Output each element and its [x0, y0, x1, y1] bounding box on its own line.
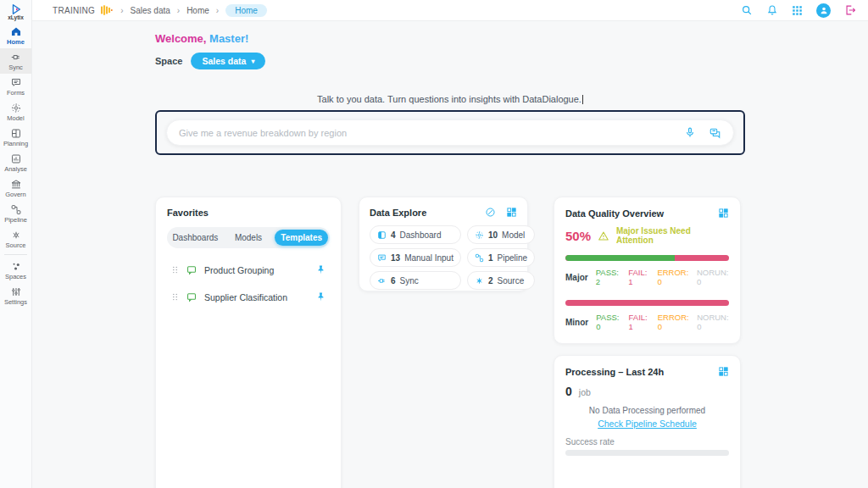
topbar: TRAINING › Sales data › Home › Home [32, 0, 868, 21]
breadcrumb-home[interactable]: Home [186, 6, 209, 15]
favorite-item-label: Product Grouping [204, 265, 274, 275]
sync-icon [377, 276, 387, 286]
model-icon [10, 103, 22, 114]
favorites-tabs: Dashboards Models Templates [167, 227, 330, 248]
tab-home-active[interactable]: Home [225, 4, 267, 17]
prompt-bar [166, 119, 734, 146]
grid-widget-icon[interactable] [718, 208, 729, 219]
grid-widget-icon[interactable] [718, 366, 729, 377]
success-rate-bar [565, 450, 729, 456]
welcome-name: Master! [206, 32, 248, 45]
tab-models[interactable]: Models [222, 230, 275, 246]
brand-name: xLytix [0, 14, 31, 20]
check-pipeline-schedule-link[interactable]: Check Pipeline Schedule [598, 419, 697, 429]
quality-score: 50% [565, 229, 591, 243]
topbar-actions [741, 3, 856, 18]
job-count: 0 [565, 385, 572, 398]
sidebar-item-spaces[interactable]: Spaces [0, 258, 31, 283]
drag-handle-icon[interactable] [170, 264, 180, 275]
spaces-icon [10, 261, 22, 272]
space-value: Sales data [202, 56, 246, 66]
template-chat-icon [186, 264, 198, 275]
sync-icon [10, 52, 22, 63]
manual-input-icon [377, 253, 387, 263]
success-rate-label: Success rate [565, 437, 729, 446]
drag-handle-icon[interactable] [170, 291, 180, 302]
minor-stats-row: Minor PASS: 0 FAIL: 1 ERROR: 0 NORUN: 0 [565, 313, 729, 331]
major-quality-bar [565, 255, 729, 261]
pin-icon[interactable] [315, 291, 326, 302]
sidebar: xLytix Home Sync Forms Model Planning [0, 0, 32, 488]
data-explore-title: Data Explore [370, 208, 426, 218]
explore-model-button[interactable]: 10 Model [467, 225, 535, 244]
logo-icon [9, 3, 23, 15]
page-title: Welcome, Master! [155, 32, 745, 45]
sidebar-item-source[interactable]: Source [0, 226, 31, 252]
warning-triangle-icon [598, 230, 609, 241]
tab-dashboards[interactable]: Dashboards [169, 230, 222, 246]
favorite-item-label: Supplier Clasification [204, 292, 287, 302]
breadcrumb-sales-data[interactable]: Sales data [131, 6, 170, 15]
analyse-icon [10, 153, 22, 164]
tab-templates[interactable]: Templates [275, 230, 328, 246]
explore-sync-button[interactable]: 6 Sync [370, 271, 461, 290]
job-unit: job [579, 387, 591, 397]
favorite-item[interactable]: Product Grouping [167, 264, 330, 275]
data-explore-card: Data Explore [359, 197, 528, 291]
sidebar-item-forms[interactable]: Forms [0, 74, 31, 99]
logout-icon[interactable] [844, 4, 856, 16]
explore-dashboard-button[interactable]: 4 Dashboard [370, 225, 461, 244]
grid-widget-icon[interactable] [506, 207, 517, 218]
app-logo[interactable]: xLytix [0, 0, 31, 23]
typing-cursor [582, 95, 583, 104]
forms-icon [10, 77, 22, 88]
welcome-prefix: Welcome, [155, 32, 206, 45]
user-avatar[interactable] [816, 3, 831, 18]
major-pass-segment [565, 255, 675, 261]
sidebar-item-pipeline[interactable]: Pipeline [0, 201, 31, 226]
chat-send-icon[interactable] [709, 127, 721, 139]
favorites-card: Favorites Dashboards Models Templates [155, 197, 342, 488]
pipeline-icon [475, 253, 484, 263]
explore-grid: 4 Dashboard 10 Model [370, 225, 517, 290]
bell-icon[interactable] [766, 4, 778, 16]
explore-pipeline-button[interactable]: 1 Pipeline [467, 248, 535, 267]
data-quality-title: Data Quality Overview [565, 208, 664, 219]
favorite-item[interactable]: Supplier Clasification [167, 291, 330, 302]
explore-compass-icon[interactable] [485, 207, 496, 218]
sidebar-item-home[interactable]: Home [0, 23, 31, 48]
workspace-name: TRAINING [53, 6, 95, 15]
processing-card: Processing – Last 24h 0 job [554, 355, 741, 488]
explore-manual-input-button[interactable]: 13 Manual Input [370, 248, 461, 267]
search-icon[interactable] [741, 4, 753, 16]
source-icon [10, 230, 22, 241]
prompt-input[interactable] [179, 128, 684, 138]
settings-icon [10, 286, 22, 297]
major-stats-row: Major PASS: 2 FAIL: 1 ERROR: 0 NORUN: 0 [565, 268, 729, 286]
space-selector-row: Space Sales data ▾ [155, 53, 745, 69]
pin-icon[interactable] [315, 264, 326, 275]
sidebar-item-planning[interactable]: Planning [0, 125, 31, 150]
apps-grid-icon[interactable] [792, 5, 803, 16]
explore-source-button[interactable]: 2 Source [467, 271, 535, 290]
sidebar-item-settings[interactable]: Settings [0, 283, 31, 308]
minor-quality-bar [565, 300, 729, 306]
template-chat-icon [186, 291, 198, 302]
space-label: Space [155, 56, 182, 66]
microphone-icon[interactable] [684, 126, 696, 139]
pipeline-icon [10, 204, 22, 215]
sidebar-item-sync[interactable]: Sync [0, 48, 31, 74]
sidebar-item-govern[interactable]: Govern [0, 175, 31, 201]
data-quality-card: Data Quality Overview 50% [554, 197, 741, 344]
model-icon [475, 230, 484, 240]
planning-icon [10, 128, 22, 139]
right-column: Data Quality Overview 50% [554, 197, 741, 488]
main-content: Welcome, Master! Space Sales data ▾ Talk… [32, 21, 868, 488]
home-icon [10, 26, 22, 37]
breadcrumb-separator: › [120, 6, 123, 15]
space-dropdown[interactable]: Sales data ▾ [191, 53, 265, 69]
sidebar-item-analyse[interactable]: Analyse [0, 150, 31, 175]
sidebar-divider [4, 254, 27, 255]
breadcrumb-separator: › [177, 6, 180, 15]
sidebar-item-model[interactable]: Model [0, 99, 31, 125]
